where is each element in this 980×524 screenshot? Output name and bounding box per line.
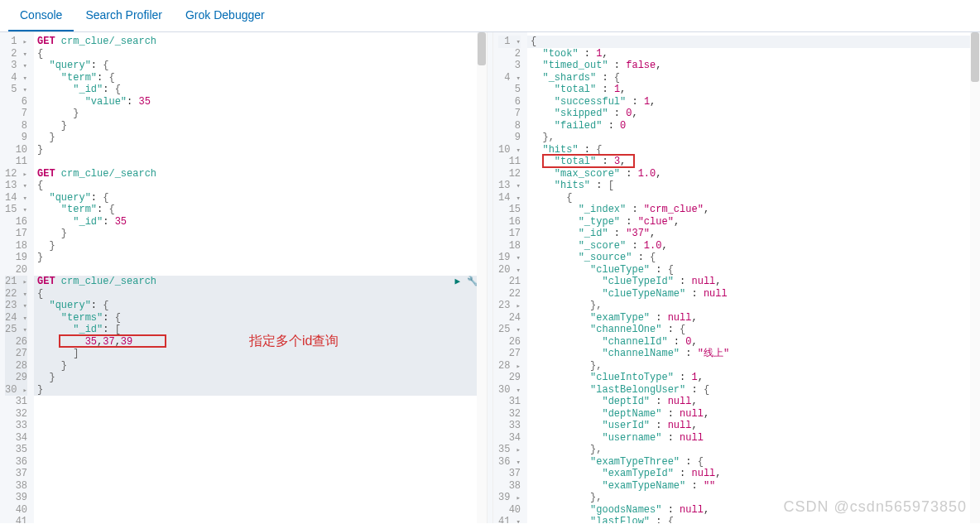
pane-divider[interactable] xyxy=(487,32,493,523)
right-gutter: 1 ▾234 ▾5678910 ▾111213 ▾14 ▾1516171819 … xyxy=(493,32,527,523)
request-editor[interactable]: 1 ▸2 ▾3 ▾4 ▾5 ▾6789101112 ▸13 ▾14 ▾15 ▾1… xyxy=(0,32,487,523)
right-code: { "took" : 1, "timed_out" : false, "_sha… xyxy=(527,32,980,523)
right-scrollbar[interactable] xyxy=(970,32,980,523)
play-icon[interactable]: ▶ xyxy=(454,276,460,288)
tab-search-profiler[interactable]: Search Profiler xyxy=(74,0,174,31)
annotation-text: 指定多个id查询 xyxy=(249,333,339,350)
tab-console[interactable]: Console xyxy=(8,0,74,31)
tab-bar: Console Search Profiler Grok Debugger xyxy=(0,0,980,32)
left-scrollbar[interactable] xyxy=(477,32,487,523)
tab-grok-debugger[interactable]: Grok Debugger xyxy=(174,0,276,31)
redbox-ids xyxy=(59,334,166,348)
response-viewer[interactable]: 1 ▾234 ▾5678910 ▾111213 ▾14 ▾1516171819 … xyxy=(493,32,980,523)
left-code[interactable]: GET crm_clue/_search{ "query": { "term":… xyxy=(34,32,487,523)
left-gutter: 1 ▸2 ▾3 ▾4 ▾5 ▾6789101112 ▸13 ▾14 ▾15 ▾1… xyxy=(0,32,34,523)
redbox-total xyxy=(542,154,635,168)
editor-panes: 1 ▸2 ▾3 ▾4 ▾5 ▾6789101112 ▸13 ▾14 ▾15 ▾1… xyxy=(0,32,980,523)
